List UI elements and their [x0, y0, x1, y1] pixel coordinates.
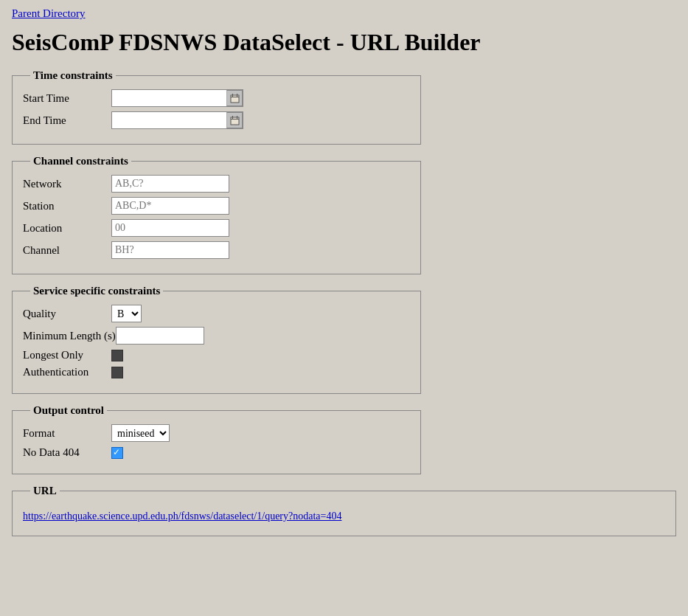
- url-link[interactable]: https://earthquake.science.upd.edu.ph/fd…: [23, 511, 665, 522]
- svg-rect-3: [237, 94, 237, 97]
- channel-label: Channel: [23, 244, 111, 257]
- start-time-label: Start Time: [23, 92, 111, 105]
- longest-only-checkbox[interactable]: [111, 350, 123, 361]
- min-length-label: Minimum Length (s): [23, 330, 116, 342]
- end-time-input-wrap: [111, 111, 243, 129]
- no-data-label: No Data 404: [23, 446, 111, 459]
- network-row: Network: [23, 175, 410, 193]
- longest-only-label: Longest Only: [23, 349, 111, 361]
- svg-rect-5: [231, 119, 239, 120]
- output-control-legend: Output control: [30, 404, 107, 417]
- min-length-input[interactable]: 0.0: [116, 327, 204, 345]
- url-section: URL https://earthquake.science.upd.edu.p…: [12, 485, 676, 536]
- svg-rect-6: [232, 116, 233, 119]
- authentication-row: Authentication: [23, 366, 410, 378]
- channel-input[interactable]: [111, 241, 229, 259]
- svg-rect-4: [231, 117, 239, 125]
- network-input[interactable]: [111, 175, 229, 193]
- network-label: Network: [23, 178, 111, 190]
- min-length-row: Minimum Length (s) 0.0: [23, 327, 410, 345]
- quality-label: Quality: [23, 308, 111, 320]
- start-time-calendar-icon[interactable]: [226, 90, 243, 106]
- channel-row: Channel: [23, 241, 410, 259]
- longest-only-row: Longest Only: [23, 349, 410, 361]
- location-label: Location: [23, 222, 111, 235]
- end-time-label: End Time: [23, 114, 111, 127]
- page-title: SeisComP FDSNWS DataSelect - URL Builder: [12, 29, 676, 56]
- parent-directory-link[interactable]: Parent Directory: [12, 7, 86, 19]
- station-label: Station: [23, 200, 111, 212]
- quality-select[interactable]: B D R Q M: [111, 305, 142, 322]
- svg-rect-7: [237, 116, 237, 119]
- output-control-section: Output control Format miniseed text No D…: [12, 404, 421, 474]
- end-time-calendar-icon[interactable]: [226, 112, 243, 128]
- location-input[interactable]: [111, 219, 229, 237]
- location-row: Location: [23, 219, 410, 237]
- format-row: Format miniseed text: [23, 424, 410, 442]
- service-constraints-section: Service specific constraints Quality B D…: [12, 285, 421, 394]
- svg-rect-1: [231, 97, 239, 97]
- end-time-row: End Time: [23, 111, 410, 129]
- format-label: Format: [23, 427, 111, 440]
- start-time-input-wrap: [111, 89, 243, 107]
- format-select[interactable]: miniseed text: [111, 424, 170, 442]
- authentication-label: Authentication: [23, 366, 111, 378]
- time-constraints-section: Time constraints Start Time End Time: [12, 69, 421, 145]
- time-constraints-legend: Time constraints: [30, 69, 116, 82]
- svg-rect-2: [232, 94, 233, 97]
- authentication-checkbox[interactable]: [111, 367, 123, 378]
- url-legend: URL: [30, 485, 60, 497]
- station-input[interactable]: [111, 197, 229, 215]
- quality-row: Quality B D R Q M: [23, 305, 410, 322]
- end-time-input[interactable]: [112, 112, 226, 128]
- station-row: Station: [23, 197, 410, 215]
- start-time-row: Start Time: [23, 89, 410, 107]
- svg-rect-0: [231, 95, 239, 103]
- service-constraints-legend: Service specific constraints: [30, 285, 163, 297]
- channel-constraints-legend: Channel constraints: [30, 155, 131, 167]
- start-time-input[interactable]: [112, 90, 226, 106]
- no-data-row: No Data 404: [23, 446, 410, 459]
- channel-constraints-section: Channel constraints Network Station Loca…: [12, 155, 421, 274]
- no-data-checkbox[interactable]: [111, 447, 123, 459]
